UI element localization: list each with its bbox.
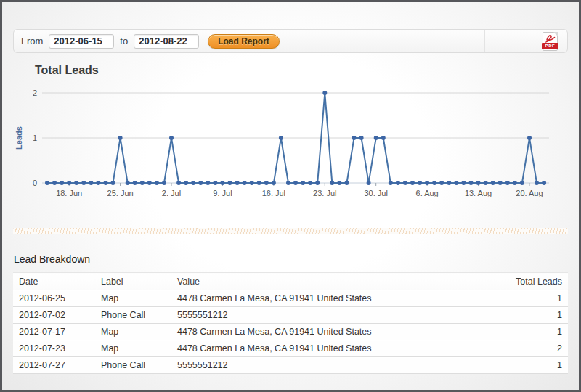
data-point-marker: [279, 136, 283, 140]
data-point-marker: [264, 181, 269, 185]
data-point-marker: [213, 181, 217, 185]
data-point-marker: [235, 181, 240, 185]
data-point-marker: [381, 136, 386, 140]
table-row: 2012-07-02Phone Call55555512121: [13, 307, 568, 324]
data-point-marker: [447, 181, 451, 185]
data-point-marker: [418, 181, 422, 185]
data-point-marker: [257, 181, 261, 185]
data-point-marker: [491, 181, 495, 185]
data-point-marker: [52, 181, 57, 185]
data-point-marker: [104, 181, 108, 185]
column-header-date: Date: [13, 273, 95, 290]
to-label: to: [120, 36, 128, 46]
data-point-marker: [60, 181, 64, 185]
data-point-marker: [337, 181, 341, 185]
from-label: From: [21, 36, 43, 46]
table-cell: 1: [488, 290, 568, 307]
data-point-marker: [469, 181, 474, 185]
data-point-marker: [330, 181, 334, 185]
y-tick-label: 1: [33, 134, 37, 142]
data-point-marker: [293, 181, 298, 185]
x-tick-label: 25. Jun: [107, 189, 134, 197]
data-point-marker: [520, 181, 524, 185]
data-point-marker: [286, 181, 290, 185]
x-tick-label: 9. Jul: [213, 189, 232, 197]
x-tick-label: 2. Jul: [162, 189, 181, 197]
data-point-marker: [505, 181, 510, 185]
data-point-marker: [67, 181, 71, 185]
y-axis-title: Leads: [15, 126, 23, 150]
data-point-marker: [126, 181, 130, 185]
data-point-marker: [220, 181, 224, 185]
data-point-marker: [498, 181, 503, 185]
table-cell: 5555551212: [171, 357, 488, 374]
data-point-marker: [476, 181, 481, 185]
data-point-marker: [345, 181, 349, 185]
data-point-marker: [301, 181, 305, 185]
table-header-row: DateLabelValueTotal Leads: [13, 273, 568, 290]
table-cell: 2012-07-17: [13, 324, 95, 340]
data-point-marker: [96, 181, 100, 185]
table-cell: 1: [488, 324, 568, 340]
column-header-total-leads: Total Leads: [488, 273, 568, 290]
table-cell: 1: [488, 307, 568, 324]
data-point-marker: [206, 181, 210, 185]
table-cell: 2012-07-02: [13, 307, 95, 324]
column-header-label: Label: [95, 273, 171, 290]
pdf-label: PDF: [542, 43, 558, 49]
data-point-marker: [315, 181, 320, 185]
table-heading: Lead Breakdown: [14, 253, 90, 265]
data-point-marker: [322, 91, 327, 95]
data-point-marker: [513, 181, 517, 185]
data-point-marker: [542, 181, 546, 185]
table-row: 2012-07-17Map4478 Carmen La Mesa, CA 919…: [13, 324, 568, 340]
x-tick-label: 13. Aug: [465, 189, 492, 197]
data-point-marker: [133, 181, 137, 185]
data-point-marker: [359, 136, 364, 140]
pdf-export-icon[interactable]: PDF: [543, 32, 558, 51]
data-point-marker: [118, 136, 123, 140]
pdf-fold-corner-icon: [553, 32, 558, 36]
data-point-marker: [250, 181, 254, 185]
data-point-marker: [389, 181, 393, 185]
data-point-marker: [454, 181, 458, 185]
table-cell: Phone Call: [95, 307, 171, 324]
table-cell: 5555551212: [171, 307, 488, 324]
to-date-input[interactable]: [134, 34, 199, 49]
x-tick-label: 16. Jul: [262, 189, 285, 197]
data-point-marker: [410, 181, 415, 185]
x-tick-label: 18. Jun: [56, 189, 82, 197]
x-tick-label: 23. Jul: [313, 189, 336, 197]
load-report-button[interactable]: Load Report: [208, 34, 280, 49]
x-tick-label: 20. Aug: [516, 189, 543, 197]
data-point-marker: [439, 181, 444, 185]
data-point-marker: [352, 136, 357, 140]
section-divider: [13, 228, 568, 234]
data-point-marker: [176, 181, 181, 185]
x-tick-label: 6. Aug: [416, 189, 439, 197]
column-header-value: Value: [171, 273, 488, 290]
table-cell: Map: [95, 290, 171, 307]
data-point-marker: [243, 181, 247, 185]
table-row: 2012-07-23Map4478 Carmen La Mesa, CA 919…: [13, 340, 568, 357]
data-point-marker: [147, 181, 152, 185]
data-point-marker: [191, 181, 195, 185]
table-cell: 2: [488, 340, 568, 357]
data-point-marker: [432, 181, 436, 185]
data-point-marker: [484, 181, 488, 185]
data-point-marker: [403, 181, 407, 185]
from-date-input[interactable]: [49, 34, 114, 49]
data-point-marker: [184, 181, 188, 185]
table-cell: Phone Call: [95, 357, 171, 374]
table-cell: 2012-06-25: [13, 290, 95, 307]
data-point-marker: [81, 181, 86, 185]
data-point-marker: [308, 181, 312, 185]
y-tick-label: 0: [33, 179, 37, 187]
y-tick-label: 2: [33, 89, 37, 97]
table-cell: 2012-07-27: [13, 357, 95, 374]
data-point-marker: [74, 181, 78, 185]
data-point-marker: [45, 181, 49, 185]
data-point-marker: [396, 181, 400, 185]
table-cell: 4478 Carmen La Mesa, CA 91941 United Sta…: [171, 324, 488, 340]
data-point-marker: [198, 181, 203, 185]
